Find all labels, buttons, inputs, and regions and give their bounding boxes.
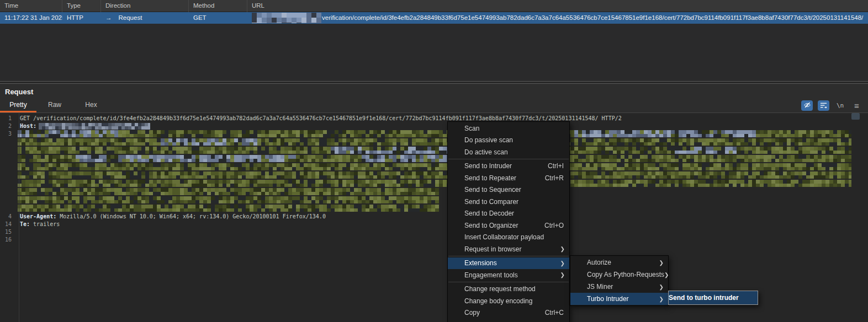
cell-time: 11:17:22 31 Jan 2025: [0, 12, 62, 24]
redacted-headers-pixelation: [18, 130, 851, 213]
column-header-time[interactable]: Time: [0, 0, 62, 12]
menu-separator: [448, 159, 569, 159]
gutter-divider: [19, 113, 19, 322]
cell-type: HTTP: [62, 12, 101, 24]
request-arrow-icon: →: [105, 12, 112, 24]
line-number: 3: [0, 130, 15, 213]
menu-item-turbo-intruder[interactable]: Turbo Intruder❯: [570, 293, 668, 305]
request-panel: Request Pretty Raw Hex \n ≡: [0, 84, 868, 322]
header-name: Te:: [20, 221, 30, 228]
line-number: 14: [0, 221, 15, 228]
editor-line: 2Host:: [0, 122, 868, 130]
menu-item-label: Send to Sequencer: [464, 186, 569, 194]
menu-item-do-passive-scan[interactable]: Do passive scan: [448, 135, 569, 147]
tab-pretty[interactable]: Pretty: [0, 98, 36, 112]
submenu-chevron-icon: ❯: [560, 260, 565, 266]
editor-scrollbar-thumb[interactable]: [851, 113, 860, 120]
menu-item-insert-collaborator-payload[interactable]: Insert Collaborator payload: [448, 232, 569, 244]
header-name: User-Agent:: [20, 213, 56, 221]
menu-separator: [448, 256, 569, 256]
menu-item-shortcut: Ctrl+I: [548, 162, 564, 170]
menu-item-label: Copy As Python-Requests: [587, 271, 664, 278]
menu-item-shortcut: Ctrl+C: [545, 309, 564, 316]
editor-line: 1GET /verification/complete/id/3fe4efb2a…: [0, 115, 868, 122]
editor-toolbar: \n ≡: [801, 100, 862, 111]
menu-item-send-to-decoder[interactable]: Send to Decoder: [448, 208, 569, 220]
editor-redacted-block-row: 3: [0, 130, 868, 213]
line-number: 1: [0, 115, 15, 122]
cell-url: verification/complete/id/3fe4efb2a284849…: [247, 12, 868, 24]
hamburger-icon: ≡: [854, 101, 859, 110]
menu-item-js-miner[interactable]: JS Miner❯: [570, 281, 668, 293]
table-empty-area: [0, 24, 868, 81]
header-name: Host:: [20, 122, 36, 130]
menu-item-label: Change body encoding: [464, 297, 569, 305]
editor-line: 16: [0, 236, 868, 244]
pretty-print-button[interactable]: [818, 100, 829, 111]
menu-item-label: Engagement tools: [464, 271, 560, 279]
burp-suite-window: Time Type Direction Method URL 11:17:22 …: [0, 0, 868, 322]
submenu-chevron-icon: ❯: [560, 272, 565, 278]
menu-separator: [448, 282, 569, 282]
cell-method: GET: [189, 12, 247, 24]
menu-item-copy-as-python-requests[interactable]: Copy As Python-Requests❯: [570, 269, 668, 281]
hide-nonprinting-button[interactable]: [801, 100, 813, 111]
line-number: 16: [0, 236, 15, 244]
menu-item-label: Turbo Intruder: [587, 295, 659, 303]
menu-item-change-body-encoding[interactable]: Change body encoding: [448, 295, 569, 307]
cell-direction: →Request: [101, 12, 189, 24]
submenu-chevron-icon: ❯: [560, 246, 565, 252]
menu-item-label: Send to Decoder: [464, 210, 569, 217]
menu-item-shortcut: Ctrl+R: [545, 174, 564, 182]
menu-item-label: Request in browser: [464, 245, 560, 253]
menu-item-send-to-sequencer[interactable]: Send to Sequencer: [448, 184, 569, 196]
column-header-type[interactable]: Type: [62, 0, 101, 12]
line-number: 2: [0, 122, 15, 130]
menu-item-engagement-tools[interactable]: Engagement tools❯: [448, 269, 569, 281]
editor-line: 15: [0, 228, 868, 236]
tab-hex[interactable]: Hex: [73, 98, 109, 112]
menu-item-label: Send to Comparer: [464, 198, 569, 206]
show-newlines-button[interactable]: \n: [834, 100, 846, 111]
menu-item-copy[interactable]: CopyCtrl+C: [448, 307, 569, 319]
editor-tabs: Pretty Raw Hex: [0, 98, 109, 112]
menu-item-extensions[interactable]: Extensions❯: [448, 257, 569, 270]
menu-item-scan[interactable]: Scan: [448, 122, 569, 135]
request-panel-header: Request Pretty Raw Hex \n ≡: [0, 84, 868, 112]
submenu-chevron-icon: ❯: [659, 296, 664, 302]
menu-item-request-in-browser[interactable]: Request in browser❯: [448, 243, 569, 255]
menu-item-label: Do active scan: [464, 148, 569, 156]
menu-item-change-request-method[interactable]: Change request method: [448, 283, 569, 296]
menu-item-do-active-scan[interactable]: Do active scan: [448, 146, 569, 158]
column-header-method[interactable]: Method: [189, 0, 247, 12]
submenu-chevron-icon: ❯: [659, 284, 664, 290]
menu-item-send-to-intruder[interactable]: Send to IntruderCtrl+I: [448, 160, 569, 173]
menu-item-label: Change request method: [464, 285, 569, 293]
column-header-url[interactable]: URL: [247, 0, 868, 12]
url-path-text: verification/complete/id/3fe4efb2a284849…: [322, 12, 863, 24]
line-number: 15: [0, 228, 15, 236]
redacted-host-value-pixelation: [39, 123, 150, 130]
menu-item-autorize[interactable]: Autorize❯: [570, 256, 668, 269]
context-menu: ScanDo passive scanDo active scanSend to…: [447, 121, 570, 322]
menu-item-label: Autorize: [587, 259, 659, 266]
line-text: User-Agent: Mozilla/5.0 (Windows NT 10.0…: [15, 213, 326, 221]
menu-item-label: Scan: [464, 125, 569, 132]
menu-item-label: Extensions: [464, 259, 560, 267]
editor-line: 14Te: trailers: [0, 221, 868, 228]
http-history-table: Time Type Direction Method URL 11:17:22 …: [0, 0, 868, 81]
menu-item-send-to-repeater[interactable]: Send to RepeaterCtrl+R: [448, 172, 569, 184]
turbo-intruder-submenu: Send to turbo intruder: [668, 291, 758, 305]
wrap-lines-icon: [820, 101, 827, 111]
editor-menu-button[interactable]: ≡: [851, 100, 862, 111]
eye-slash-icon: [803, 101, 811, 111]
tab-raw[interactable]: Raw: [36, 98, 73, 112]
menu-item-send-to-turbo-intruder[interactable]: Send to turbo intruder: [669, 291, 758, 304]
menu-item-send-to-comparer[interactable]: Send to Comparer: [448, 196, 569, 208]
menu-item-label: Send to turbo intruder: [669, 294, 758, 302]
menu-item-send-to-organizer[interactable]: Send to OrganizerCtrl+O: [448, 219, 569, 232]
table-row[interactable]: 11:17:22 31 Jan 2025 HTTP →Request GET v…: [0, 12, 868, 24]
menu-item-label: Do passive scan: [464, 136, 569, 144]
submenu-chevron-icon: ❯: [664, 272, 669, 278]
column-header-direction[interactable]: Direction: [101, 0, 189, 12]
